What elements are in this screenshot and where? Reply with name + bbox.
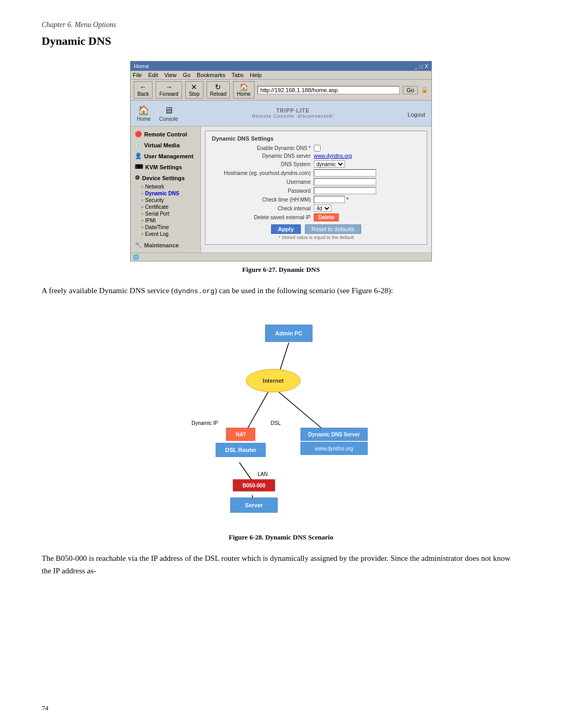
svg-line-3 bbox=[239, 462, 252, 481]
page-title: Dynamic DNS bbox=[42, 34, 520, 48]
svg-text:Dynamic DNS Server: Dynamic DNS Server bbox=[308, 432, 360, 437]
server-value[interactable]: www.dyndns.org bbox=[314, 153, 352, 159]
body-text-1: A freely available Dynamic DNS service (… bbox=[42, 284, 520, 297]
minimize-icon[interactable]: _ bbox=[415, 64, 418, 69]
dns-settings-box: Dynamic DNS Settings Enable Dynamic DNS … bbox=[205, 131, 427, 245]
header-right: Logout bbox=[407, 109, 425, 118]
virtual-media-icon: 💿 bbox=[135, 142, 142, 148]
sidebar-item-user-management[interactable]: 👤 User Management bbox=[131, 150, 200, 161]
logout-button[interactable]: Logout bbox=[407, 111, 425, 118]
menu-go[interactable]: Go bbox=[183, 72, 190, 78]
menu-bookmarks[interactable]: Bookmarks bbox=[197, 72, 225, 78]
stored-note: * Stored value is equal to the default bbox=[212, 235, 420, 240]
kvm-icon: ⌨ bbox=[135, 164, 143, 170]
maximize-icon[interactable]: □ bbox=[419, 64, 423, 69]
sidebar-sub-ipmi[interactable]: IPMI bbox=[137, 217, 200, 224]
home-button[interactable]: 🏠 Home bbox=[233, 81, 254, 98]
sidebar-item-virtual-media[interactable]: 💿 Virtual Media bbox=[131, 140, 200, 150]
svg-line-2 bbox=[276, 390, 323, 429]
address-bar bbox=[258, 86, 400, 94]
stop-button[interactable]: ✕ Stop bbox=[185, 81, 203, 98]
menu-file[interactable]: File bbox=[133, 72, 142, 78]
sidebar-item-maintenance[interactable]: 🔧 Maintenance bbox=[131, 240, 200, 250]
username-input[interactable] bbox=[314, 178, 376, 185]
hostname-label: Hostname (eg. yourhost.dyndns.com) bbox=[212, 170, 311, 176]
sidebar-sub-certificate[interactable]: Certificate bbox=[137, 204, 200, 210]
apply-button[interactable]: Apply bbox=[271, 224, 301, 234]
hostname-input[interactable] bbox=[314, 169, 376, 177]
menu-tabs[interactable]: Tabs bbox=[232, 72, 244, 78]
check-time-input[interactable] bbox=[314, 196, 345, 203]
check-interval-select[interactable]: 4d bbox=[314, 205, 331, 212]
body-text-2: The B050-000 is reachable via the IP add… bbox=[42, 552, 520, 577]
dns-system-select[interactable]: dynamic bbox=[314, 160, 345, 168]
browser-titlebar: Home _ □ X bbox=[131, 61, 431, 71]
device-content: 🔴 Remote Control 💿 Virtual Media 👤 User … bbox=[131, 127, 431, 253]
forward-icon: → bbox=[165, 83, 173, 91]
reload-button[interactable]: ↻ Reload bbox=[207, 81, 231, 98]
browser-extra-icon: 🔒 bbox=[421, 86, 428, 93]
svg-text:Server: Server bbox=[245, 502, 263, 508]
network-diagram: Admin PC Internet Dynamic IP DSL NAT DSL… bbox=[156, 310, 406, 529]
sidebar-submenu: Network Dynamic DNS Security Certificate… bbox=[131, 183, 200, 237]
sidebar-item-remote-control[interactable]: 🔴 Remote Control bbox=[131, 129, 200, 140]
svg-text:Dynamic IP: Dynamic IP bbox=[191, 420, 218, 426]
svg-text:Admin PC: Admin PC bbox=[275, 330, 303, 336]
nav-home-label: Home bbox=[137, 116, 151, 122]
hostname-row: Hostname (eg. yourhost.dyndns.com) bbox=[212, 169, 420, 177]
check-time-row: Check time (HH:MM) * bbox=[212, 196, 420, 203]
stop-icon: ✕ bbox=[191, 83, 197, 91]
stop-label: Stop bbox=[189, 91, 200, 97]
enable-row: Enable Dynamic DNS * bbox=[212, 145, 420, 152]
sidebar-kvm-label: KVM Settings bbox=[145, 164, 182, 170]
chapter-header: Chapter 6. Menu Options bbox=[42, 21, 520, 29]
address-input[interactable] bbox=[258, 86, 400, 94]
back-button[interactable]: ← Back bbox=[134, 81, 152, 98]
status-icon: 🌐 bbox=[133, 254, 139, 260]
nav-console-label: Console bbox=[159, 116, 178, 122]
sidebar-sub-network[interactable]: Network bbox=[137, 183, 200, 190]
reload-label: Reload bbox=[210, 91, 227, 97]
back-label: Back bbox=[137, 91, 149, 97]
figure2-caption: Figure 6-28. Dynamic DNS Scenario bbox=[42, 533, 520, 542]
svg-text:Internet: Internet bbox=[263, 378, 284, 384]
device-header: 🏠 Home 🖥 Console TRIPP·LITE Remote Conso… bbox=[131, 101, 431, 127]
sidebar-item-device-settings[interactable]: ⚙ Device Settings bbox=[131, 172, 200, 183]
forward-button[interactable]: → Forward bbox=[156, 81, 182, 98]
device-ui: 🏠 Home 🖥 Console TRIPP·LITE Remote Conso… bbox=[131, 101, 431, 261]
sidebar-sub-datetime[interactable]: Date/Time bbox=[137, 224, 200, 231]
enable-checkbox[interactable] bbox=[314, 145, 321, 152]
server-row: Dynamic DNS server www.dyndns.org bbox=[212, 153, 420, 159]
sidebar-sub-event-log[interactable]: Event Log bbox=[137, 231, 200, 237]
main-panel: Dynamic DNS Settings Enable Dynamic DNS … bbox=[201, 127, 431, 253]
sidebar-sub-dynamic-dns[interactable]: Dynamic DNS bbox=[137, 190, 200, 197]
username-label: Username bbox=[212, 179, 311, 185]
password-input[interactable] bbox=[314, 187, 376, 194]
nav-console[interactable]: 🖥 Console bbox=[159, 105, 178, 122]
menu-view[interactable]: View bbox=[164, 72, 177, 78]
menu-edit[interactable]: Edit bbox=[148, 72, 158, 78]
sidebar: 🔴 Remote Control 💿 Virtual Media 👤 User … bbox=[131, 127, 201, 253]
browser-window: Home _ □ X File Edit View Go Bookmarks T… bbox=[130, 61, 432, 261]
go-button[interactable]: Go bbox=[403, 86, 418, 94]
sidebar-virtual-media-label: Virtual Media bbox=[144, 142, 180, 148]
svg-text:DSL: DSL bbox=[271, 420, 281, 426]
tripp-lite-logo: TRIPP·LITE Remote Console :disconnected! bbox=[178, 108, 407, 119]
username-row: Username bbox=[212, 178, 420, 185]
menu-help[interactable]: Help bbox=[250, 72, 262, 78]
sidebar-remote-control-label: Remote Control bbox=[144, 131, 187, 137]
reset-button[interactable]: Reset to defaults bbox=[305, 224, 362, 234]
forward-label: Forward bbox=[159, 91, 178, 97]
dns-settings-title: Dynamic DNS Settings bbox=[212, 135, 420, 142]
sidebar-item-kvm-settings[interactable]: ⌨ KVM Settings bbox=[131, 161, 200, 172]
check-time-label: Check time (HH:MM) bbox=[212, 197, 311, 203]
sidebar-sub-security[interactable]: Security bbox=[137, 197, 200, 204]
password-label: Password bbox=[212, 188, 311, 194]
nav-home[interactable]: 🏠 Home bbox=[137, 105, 151, 122]
close-icon[interactable]: X bbox=[425, 64, 428, 69]
delete-button[interactable]: Delete bbox=[314, 214, 339, 221]
browser-statusbar: 🌐 bbox=[131, 253, 431, 261]
sidebar-sub-serial-port[interactable]: Serial Port bbox=[137, 210, 200, 217]
enable-label: Enable Dynamic DNS * bbox=[212, 145, 311, 151]
reload-icon: ↻ bbox=[215, 83, 221, 91]
